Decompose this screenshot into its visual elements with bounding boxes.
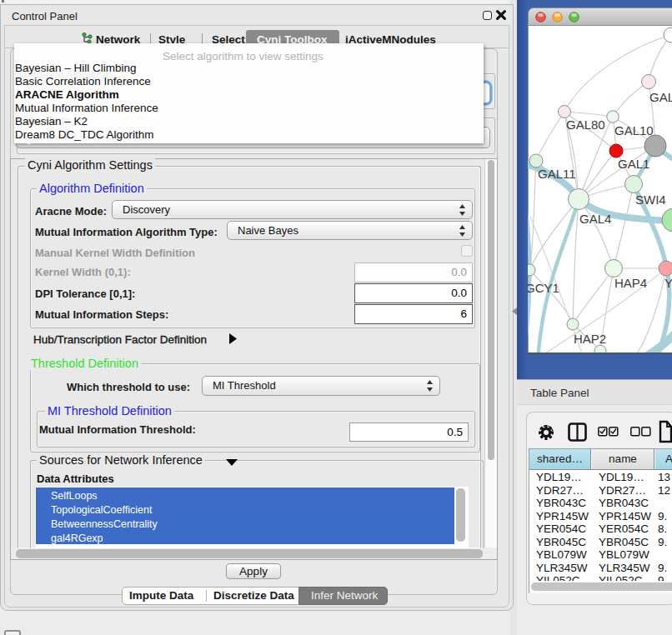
svg-text:GAL1: GAL1 <box>618 157 649 171</box>
svg-text:SWI4: SWI4 <box>635 192 666 207</box>
svg-text:Y: Y <box>664 276 672 290</box>
svg-text:GAL4: GAL4 <box>579 212 611 226</box>
svg-text:GAL11: GAL11 <box>538 167 576 181</box>
svg-text:HAP4: HAP4 <box>614 276 647 290</box>
svg-text:GCY1: GCY1 <box>528 281 559 295</box>
svg-text:HAP2: HAP2 <box>574 332 606 346</box>
svg-text:GAL2: GAL2 <box>649 90 672 104</box>
svg-text:GAL10: GAL10 <box>614 123 654 138</box>
svg-text:GAL80: GAL80 <box>566 118 605 132</box>
